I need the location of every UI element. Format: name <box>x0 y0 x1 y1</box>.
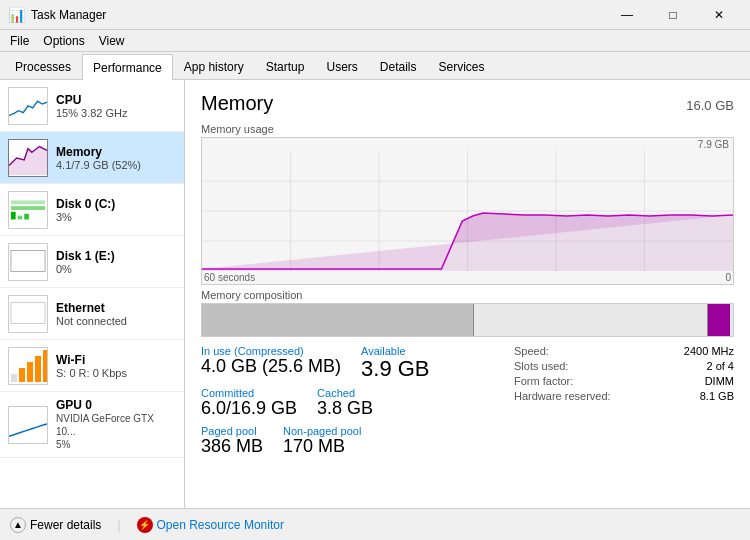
stat-inuse: In use (Compressed) 4.0 GB (25.6 MB) <box>201 345 341 381</box>
stats-left: In use (Compressed) 4.0 GB (25.6 MB) Ava… <box>201 345 514 463</box>
stat-cached-value: 3.8 GB <box>317 399 373 419</box>
gpu-info: GPU 0 NVIDIA GeForce GTX 10...5% <box>56 398 176 451</box>
disk1-icon <box>8 243 48 281</box>
memory-total: 16.0 GB <box>686 98 734 113</box>
content-area: Memory 16.0 GB Memory usage 7.9 GB <box>185 80 750 508</box>
sidebar-item-disk1[interactable]: Disk 1 (E:) 0% <box>0 236 184 288</box>
disk0-name: Disk 0 (C:) <box>56 197 176 211</box>
stat-cached: Cached 3.8 GB <box>317 387 373 419</box>
fewer-details-label: Fewer details <box>30 518 101 532</box>
sidebar-item-ethernet[interactable]: Ethernet Not connected <box>0 288 184 340</box>
disk0-info: Disk 0 (C:) 3% <box>56 197 176 223</box>
close-button[interactable]: ✕ <box>696 0 742 30</box>
resource-monitor-icon: ⚡ <box>137 517 153 533</box>
tab-startup[interactable]: Startup <box>255 53 316 79</box>
chart-max-label: 7.9 GB <box>698 139 729 150</box>
memory-name: Memory <box>56 145 176 159</box>
tab-details[interactable]: Details <box>369 53 428 79</box>
fewer-details-icon: ▲ <box>10 517 26 533</box>
page-title: Memory <box>201 92 273 115</box>
fewer-details-button[interactable]: ▲ Fewer details <box>10 517 101 533</box>
title-bar: 📊 Task Manager — □ ✕ <box>0 0 750 30</box>
cpu-icon <box>8 87 48 125</box>
menu-view[interactable]: View <box>93 32 131 50</box>
memory-icon <box>8 139 48 177</box>
chart-main <box>202 151 733 271</box>
sidebar-item-cpu[interactable]: CPU 15% 3.82 GHz <box>0 80 184 132</box>
info-hw-reserved: Hardware reserved: 8.1 GB <box>514 390 734 402</box>
stat-row-paged: Paged pool 386 MB Non-paged pool 170 MB <box>201 425 514 457</box>
maximize-button[interactable]: □ <box>650 0 696 30</box>
form-factor-key: Form factor: <box>514 375 573 387</box>
app-title: Task Manager <box>31 8 106 22</box>
gpu-icon <box>8 406 48 444</box>
footer-separator: | <box>117 518 120 532</box>
chart-time-start: 60 seconds <box>204 272 255 283</box>
gpu-name: GPU 0 <box>56 398 176 412</box>
stat-committed-value: 6.0/16.9 GB <box>201 399 297 419</box>
memory-usage-section: Memory usage 7.9 GB <box>201 123 734 285</box>
sidebar-item-memory[interactable]: Memory 4.1/7.9 GB (52%) <box>0 132 184 184</box>
menu-options[interactable]: Options <box>37 32 90 50</box>
stat-nonpaged: Non-paged pool 170 MB <box>283 425 361 457</box>
tab-processes[interactable]: Processes <box>4 53 82 79</box>
disk1-name: Disk 1 (E:) <box>56 249 176 263</box>
stat-inuse-value: 4.0 GB (25.6 MB) <box>201 357 341 377</box>
slots-val: 2 of 4 <box>706 360 734 372</box>
chart-time-end: 0 <box>725 272 731 283</box>
stats-grid: In use (Compressed) 4.0 GB (25.6 MB) Ava… <box>201 345 734 463</box>
cpu-info: CPU 15% 3.82 GHz <box>56 93 176 119</box>
memory-composition-bar <box>201 303 734 337</box>
info-table: Speed: 2400 MHz Slots used: 2 of 4 Form … <box>514 345 734 402</box>
wifi-info: Wi-Fi S: 0 R: 0 Kbps <box>56 353 176 379</box>
svg-rect-7 <box>11 302 45 323</box>
ethernet-detail: Not connected <box>56 315 176 327</box>
tab-services[interactable]: Services <box>428 53 496 79</box>
mem-seg-compressed <box>708 304 729 336</box>
cpu-name: CPU <box>56 93 176 107</box>
stat-row-committed: Committed 6.0/16.9 GB Cached 3.8 GB <box>201 387 514 419</box>
svg-rect-5 <box>24 213 29 219</box>
svg-rect-3 <box>11 211 16 219</box>
sidebar-item-gpu[interactable]: GPU 0 NVIDIA GeForce GTX 10...5% <box>0 392 184 458</box>
chart-label: Memory usage <box>201 123 734 135</box>
menu-file[interactable]: File <box>4 32 35 50</box>
disk1-detail: 0% <box>56 263 176 275</box>
memory-chart: 7.9 GB <box>201 137 734 285</box>
menu-bar: File Options View <box>0 30 750 52</box>
mem-seg-available <box>474 304 708 336</box>
stat-nonpaged-value: 170 MB <box>283 437 361 457</box>
ethernet-info: Ethernet Not connected <box>56 301 176 327</box>
memory-composition-section: Memory composition <box>201 289 734 337</box>
hw-reserved-val: 8.1 GB <box>700 390 734 402</box>
sidebar-item-wifi[interactable]: Wi-Fi S: 0 R: 0 Kbps <box>0 340 184 392</box>
chart-time-labels: 60 seconds 0 <box>202 271 733 284</box>
stats-right: Speed: 2400 MHz Slots used: 2 of 4 Form … <box>514 345 734 463</box>
cpu-detail: 15% 3.82 GHz <box>56 107 176 119</box>
info-form-factor: Form factor: DIMM <box>514 375 734 387</box>
speed-key: Speed: <box>514 345 549 357</box>
mem-seg-inuse <box>202 304 473 336</box>
minimize-button[interactable]: — <box>604 0 650 30</box>
stat-paged-value: 386 MB <box>201 437 263 457</box>
gpu-detail: NVIDIA GeForce GTX 10...5% <box>56 412 176 451</box>
content-header: Memory 16.0 GB <box>201 92 734 115</box>
stat-available-value: 3.9 GB <box>361 357 429 381</box>
slots-key: Slots used: <box>514 360 568 372</box>
stat-committed: Committed 6.0/16.9 GB <box>201 387 297 419</box>
svg-rect-1 <box>11 200 45 204</box>
sidebar-item-disk0[interactable]: Disk 0 (C:) 3% <box>0 184 184 236</box>
info-speed: Speed: 2400 MHz <box>514 345 734 357</box>
stat-paged: Paged pool 386 MB <box>201 425 263 457</box>
ethernet-icon <box>8 295 48 333</box>
hw-reserved-key: Hardware reserved: <box>514 390 611 402</box>
wifi-detail: S: 0 R: 0 Kbps <box>56 367 176 379</box>
tab-bar: Processes Performance App history Startu… <box>0 52 750 80</box>
tab-performance[interactable]: Performance <box>82 54 173 80</box>
svg-rect-6 <box>11 250 45 271</box>
tab-app-history[interactable]: App history <box>173 53 255 79</box>
tab-users[interactable]: Users <box>315 53 368 79</box>
open-resource-monitor-button[interactable]: ⚡ Open Resource Monitor <box>137 517 284 533</box>
footer: ▲ Fewer details | ⚡ Open Resource Monito… <box>0 508 750 540</box>
speed-val: 2400 MHz <box>684 345 734 357</box>
